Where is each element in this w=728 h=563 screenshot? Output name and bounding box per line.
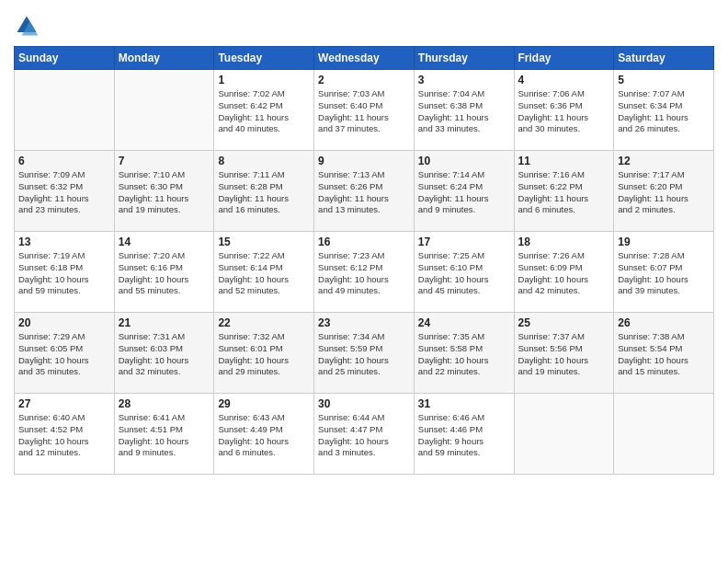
calendar-cell: 1Sunrise: 7:02 AM Sunset: 6:42 PM Daylig…	[214, 70, 314, 151]
calendar-cell: 18Sunrise: 7:26 AM Sunset: 6:09 PM Dayli…	[514, 232, 614, 313]
day-info: Sunrise: 7:35 AM Sunset: 5:58 PM Dayligh…	[418, 331, 510, 378]
day-info: Sunrise: 7:38 AM Sunset: 5:54 PM Dayligh…	[618, 331, 710, 378]
week-row-4: 27Sunrise: 6:40 AM Sunset: 4:52 PM Dayli…	[15, 394, 714, 475]
day-number: 8	[218, 155, 310, 167]
day-number: 25	[518, 316, 610, 329]
calendar-cell: 22Sunrise: 7:32 AM Sunset: 6:01 PM Dayli…	[214, 313, 314, 394]
day-info: Sunrise: 7:25 AM Sunset: 6:10 PM Dayligh…	[418, 250, 510, 297]
day-number: 6	[18, 155, 110, 167]
week-row-1: 6Sunrise: 7:09 AM Sunset: 6:32 PM Daylig…	[15, 151, 714, 232]
calendar-cell: 6Sunrise: 7:09 AM Sunset: 6:32 PM Daylig…	[15, 151, 115, 232]
week-row-2: 13Sunrise: 7:19 AM Sunset: 6:18 PM Dayli…	[15, 232, 714, 313]
day-info: Sunrise: 6:40 AM Sunset: 4:52 PM Dayligh…	[18, 412, 110, 459]
day-number: 11	[518, 155, 610, 167]
calendar-cell: 27Sunrise: 6:40 AM Sunset: 4:52 PM Dayli…	[15, 394, 115, 475]
calendar: SundayMondayTuesdayWednesdayThursdayFrid…	[14, 46, 714, 475]
day-number: 14	[119, 236, 210, 248]
calendar-cell: 13Sunrise: 7:19 AM Sunset: 6:18 PM Dayli…	[15, 232, 115, 313]
day-info: Sunrise: 7:22 AM Sunset: 6:14 PM Dayligh…	[218, 250, 310, 297]
calendar-cell: 19Sunrise: 7:28 AM Sunset: 6:07 PM Dayli…	[614, 232, 714, 313]
calendar-cell: 24Sunrise: 7:35 AM Sunset: 5:58 PM Dayli…	[414, 313, 514, 394]
day-info: Sunrise: 7:02 AM Sunset: 6:42 PM Dayligh…	[218, 88, 310, 135]
calendar-cell: 20Sunrise: 7:29 AM Sunset: 6:05 PM Dayli…	[15, 313, 115, 394]
day-info: Sunrise: 7:13 AM Sunset: 6:26 PM Dayligh…	[318, 169, 410, 216]
calendar-cell: 28Sunrise: 6:41 AM Sunset: 4:51 PM Dayli…	[114, 394, 214, 475]
calendar-body: 1Sunrise: 7:02 AM Sunset: 6:42 PM Daylig…	[15, 70, 714, 475]
day-info: Sunrise: 7:14 AM Sunset: 6:24 PM Dayligh…	[418, 169, 510, 216]
calendar-cell: 14Sunrise: 7:20 AM Sunset: 6:16 PM Dayli…	[114, 232, 214, 313]
calendar-cell: 8Sunrise: 7:11 AM Sunset: 6:28 PM Daylig…	[214, 151, 314, 232]
day-info: Sunrise: 7:11 AM Sunset: 6:28 PM Dayligh…	[218, 169, 310, 216]
page: SundayMondayTuesdayWednesdayThursdayFrid…	[0, 0, 728, 563]
day-number: 10	[418, 155, 510, 167]
day-number: 29	[218, 397, 310, 410]
day-number: 17	[418, 236, 510, 248]
weekday-header-monday: Monday	[114, 47, 214, 70]
day-number: 7	[119, 155, 210, 167]
day-number: 13	[18, 236, 110, 248]
calendar-cell: 7Sunrise: 7:10 AM Sunset: 6:30 PM Daylig…	[114, 151, 214, 232]
day-number: 20	[18, 316, 110, 329]
calendar-cell: 12Sunrise: 7:17 AM Sunset: 6:20 PM Dayli…	[614, 151, 714, 232]
day-number: 15	[218, 236, 310, 248]
day-number: 23	[318, 316, 410, 329]
calendar-cell: 4Sunrise: 7:06 AM Sunset: 6:36 PM Daylig…	[514, 70, 614, 151]
day-info: Sunrise: 7:07 AM Sunset: 6:34 PM Dayligh…	[618, 88, 710, 135]
calendar-cell	[514, 394, 614, 475]
day-info: Sunrise: 7:20 AM Sunset: 6:16 PM Dayligh…	[119, 250, 210, 297]
day-number: 3	[418, 74, 510, 86]
calendar-cell: 2Sunrise: 7:03 AM Sunset: 6:40 PM Daylig…	[314, 70, 415, 151]
calendar-cell: 10Sunrise: 7:14 AM Sunset: 6:24 PM Dayli…	[414, 151, 514, 232]
day-info: Sunrise: 7:10 AM Sunset: 6:30 PM Dayligh…	[119, 169, 210, 216]
calendar-cell: 17Sunrise: 7:25 AM Sunset: 6:10 PM Dayli…	[414, 232, 514, 313]
calendar-header: SundayMondayTuesdayWednesdayThursdayFrid…	[15, 47, 714, 70]
calendar-cell	[614, 394, 714, 475]
week-row-0: 1Sunrise: 7:02 AM Sunset: 6:42 PM Daylig…	[15, 70, 714, 151]
week-row-3: 20Sunrise: 7:29 AM Sunset: 6:05 PM Dayli…	[15, 313, 714, 394]
weekday-header-sunday: Sunday	[15, 47, 115, 70]
calendar-cell: 21Sunrise: 7:31 AM Sunset: 6:03 PM Dayli…	[114, 313, 214, 394]
calendar-cell: 23Sunrise: 7:34 AM Sunset: 5:59 PM Dayli…	[314, 313, 415, 394]
weekday-header-wednesday: Wednesday	[314, 47, 415, 70]
calendar-cell: 30Sunrise: 6:44 AM Sunset: 4:47 PM Dayli…	[314, 394, 415, 475]
day-number: 22	[218, 316, 310, 329]
day-info: Sunrise: 6:44 AM Sunset: 4:47 PM Dayligh…	[318, 412, 410, 459]
calendar-cell	[114, 70, 214, 151]
day-info: Sunrise: 6:41 AM Sunset: 4:51 PM Dayligh…	[119, 412, 210, 459]
day-info: Sunrise: 6:46 AM Sunset: 4:46 PM Dayligh…	[418, 412, 510, 459]
weekday-row: SundayMondayTuesdayWednesdayThursdayFrid…	[15, 47, 714, 70]
day-info: Sunrise: 7:32 AM Sunset: 6:01 PM Dayligh…	[218, 331, 310, 378]
calendar-cell: 15Sunrise: 7:22 AM Sunset: 6:14 PM Dayli…	[214, 232, 314, 313]
day-number: 9	[318, 155, 410, 167]
logo-icon	[14, 13, 40, 39]
calendar-cell: 31Sunrise: 6:46 AM Sunset: 4:46 PM Dayli…	[414, 394, 514, 475]
weekday-header-friday: Friday	[514, 47, 614, 70]
day-number: 5	[618, 74, 710, 86]
calendar-cell: 9Sunrise: 7:13 AM Sunset: 6:26 PM Daylig…	[314, 151, 415, 232]
day-number: 24	[418, 316, 510, 329]
day-number: 26	[618, 316, 710, 329]
day-number: 31	[418, 397, 510, 410]
calendar-cell: 11Sunrise: 7:16 AM Sunset: 6:22 PM Dayli…	[514, 151, 614, 232]
day-info: Sunrise: 7:19 AM Sunset: 6:18 PM Dayligh…	[18, 250, 110, 297]
day-number: 12	[618, 155, 710, 167]
day-info: Sunrise: 7:37 AM Sunset: 5:56 PM Dayligh…	[518, 331, 610, 378]
day-info: Sunrise: 7:29 AM Sunset: 6:05 PM Dayligh…	[18, 331, 110, 378]
weekday-header-thursday: Thursday	[414, 47, 514, 70]
day-info: Sunrise: 7:31 AM Sunset: 6:03 PM Dayligh…	[119, 331, 210, 378]
day-number: 21	[119, 316, 210, 329]
calendar-cell: 16Sunrise: 7:23 AM Sunset: 6:12 PM Dayli…	[314, 232, 415, 313]
day-number: 27	[18, 397, 110, 410]
calendar-cell: 3Sunrise: 7:04 AM Sunset: 6:38 PM Daylig…	[414, 70, 514, 151]
day-number: 19	[618, 236, 710, 248]
day-info: Sunrise: 7:23 AM Sunset: 6:12 PM Dayligh…	[318, 250, 410, 297]
day-info: Sunrise: 7:06 AM Sunset: 6:36 PM Dayligh…	[518, 88, 610, 135]
day-number: 18	[518, 236, 610, 248]
weekday-header-tuesday: Tuesday	[214, 47, 314, 70]
day-number: 30	[318, 397, 410, 410]
day-info: Sunrise: 6:43 AM Sunset: 4:49 PM Dayligh…	[218, 412, 310, 459]
day-info: Sunrise: 7:28 AM Sunset: 6:07 PM Dayligh…	[618, 250, 710, 297]
day-number: 16	[318, 236, 410, 248]
day-info: Sunrise: 7:04 AM Sunset: 6:38 PM Dayligh…	[418, 88, 510, 135]
day-info: Sunrise: 7:03 AM Sunset: 6:40 PM Dayligh…	[318, 88, 410, 135]
